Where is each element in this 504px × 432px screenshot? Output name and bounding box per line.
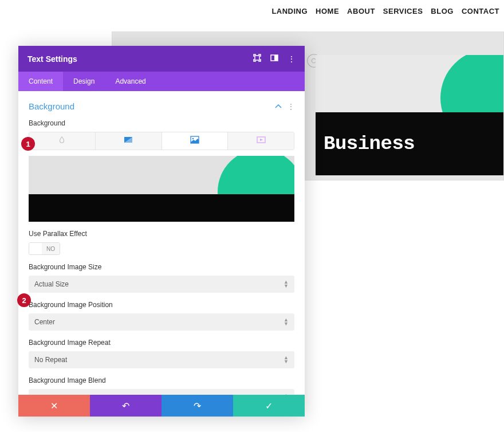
callout-marker-1: 1 xyxy=(21,137,35,151)
nav-blog[interactable]: BLOG xyxy=(431,7,454,15)
blend-label: Background Image Blend xyxy=(29,376,294,384)
select-arrows-icon: ▲▼ xyxy=(284,280,289,288)
text-settings-panel: Text Settings ⋮ Content Design Advanced … xyxy=(18,46,305,417)
svg-rect-4 xyxy=(274,55,278,61)
select-arrows-icon: ▲▼ xyxy=(284,318,289,326)
panel-header-actions: ⋮ xyxy=(253,54,296,64)
image-icon xyxy=(190,136,199,146)
bg-type-video[interactable] xyxy=(228,132,294,150)
redo-button[interactable]: ↷ xyxy=(162,395,233,417)
close-icon: ✕ xyxy=(50,400,58,411)
nav-services[interactable]: SERVICES xyxy=(383,7,423,15)
background-image-preview[interactable] xyxy=(29,156,294,222)
kebab-menu-icon[interactable]: ⋮ xyxy=(288,54,296,64)
callout-marker-2: 2 xyxy=(17,293,31,307)
cancel-button[interactable]: ✕ xyxy=(18,395,90,417)
repeat-value: No Repeat xyxy=(34,356,67,364)
nav-about[interactable]: ABOUT xyxy=(347,7,375,15)
panel-title: Text Settings xyxy=(27,54,77,64)
position-label: Background Image Position xyxy=(29,301,294,309)
preview-black-band xyxy=(29,194,294,222)
save-button[interactable]: ✓ xyxy=(233,395,305,417)
section-title: Background xyxy=(29,101,74,111)
size-value: Actual Size xyxy=(34,280,69,288)
select-arrows-icon: ▲▼ xyxy=(284,356,289,364)
hero-module[interactable]: Business xyxy=(316,55,503,175)
expand-icon[interactable] xyxy=(253,54,261,64)
hero-title: Business xyxy=(324,133,415,155)
tab-content[interactable]: Content xyxy=(18,72,63,91)
hero-black-band: Business xyxy=(316,112,503,175)
blend-select[interactable]: Normal ▲▼ xyxy=(29,389,294,395)
chevron-up-icon[interactable] xyxy=(275,103,282,111)
undo-icon: ↶ xyxy=(122,400,129,411)
position-select[interactable]: Center ▲▼ xyxy=(29,313,294,331)
size-select[interactable]: Actual Size ▲▼ xyxy=(29,276,294,293)
section-kebab-icon[interactable]: ⋮ xyxy=(288,103,294,111)
nav-contact[interactable]: CONTACT xyxy=(462,7,499,15)
panel-tabs: Content Design Advanced xyxy=(18,72,305,91)
position-value: Center xyxy=(34,318,55,326)
bg-type-color[interactable] xyxy=(29,132,96,150)
size-label: Background Image Size xyxy=(29,263,294,271)
toggle-handle xyxy=(29,243,42,254)
snap-icon[interactable] xyxy=(270,54,278,64)
repeat-select[interactable]: No Repeat ▲▼ xyxy=(29,351,294,368)
background-type-tabs xyxy=(29,132,294,150)
panel-body: Background ⋮ Background xyxy=(18,91,305,395)
bg-type-gradient[interactable] xyxy=(96,132,162,150)
tab-design[interactable]: Design xyxy=(63,72,105,91)
droplet-icon xyxy=(57,136,66,146)
svg-rect-2 xyxy=(255,56,259,60)
panel-footer: ✕ ↶ ↷ ✓ xyxy=(18,395,305,417)
background-label: Background xyxy=(29,119,294,127)
video-icon xyxy=(257,136,266,146)
nav-landing[interactable]: LANDING xyxy=(271,7,308,15)
nav-home[interactable]: HOME xyxy=(316,7,339,15)
repeat-label: Background Image Repeat xyxy=(29,339,294,347)
top-navigation: LANDING HOME ABOUT SERVICES BLOG CONTACT xyxy=(271,7,499,15)
parallax-toggle[interactable]: NO xyxy=(29,242,60,255)
panel-header: Text Settings ⋮ xyxy=(18,46,305,72)
bg-type-image[interactable] xyxy=(162,132,229,150)
check-icon: ✓ xyxy=(265,400,273,411)
redo-icon: ↷ xyxy=(194,400,201,411)
svg-point-7 xyxy=(192,138,194,140)
toggle-value: NO xyxy=(42,243,60,254)
background-section-header[interactable]: Background ⋮ xyxy=(29,101,294,111)
tab-advanced[interactable]: Advanced xyxy=(105,72,156,91)
gradient-icon xyxy=(124,136,133,146)
undo-button[interactable]: ↶ xyxy=(90,395,162,417)
parallax-label: Use Parallax Effect xyxy=(29,230,294,238)
